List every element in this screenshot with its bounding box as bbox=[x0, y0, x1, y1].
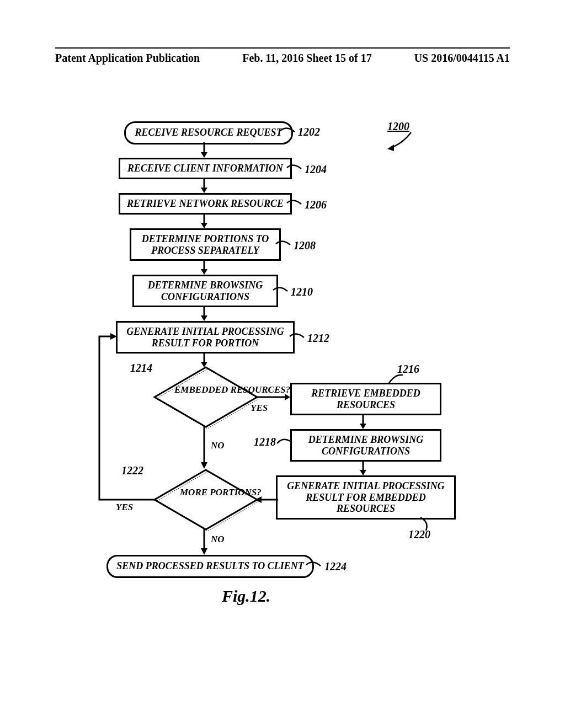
arrow-1222-1224 bbox=[199, 528, 210, 556]
arrow-1218-1220 bbox=[358, 460, 369, 477]
ref-1208: 1208 bbox=[294, 239, 316, 252]
arrow-1220-1222 bbox=[255, 495, 279, 506]
ref-1206: 1206 bbox=[305, 199, 327, 211]
node-1206: RETRIEVE NETWORK RESOURCE bbox=[119, 193, 292, 215]
edge-1214-yes: YES bbox=[250, 403, 268, 414]
header-center: Feb. 11, 2016 Sheet 15 of 17 bbox=[242, 52, 371, 65]
node-1214-text: EMBEDDED RESOURCES? bbox=[174, 385, 235, 395]
ref-1224: 1224 bbox=[324, 560, 347, 573]
svg-marker-0 bbox=[387, 144, 394, 151]
node-1218: DETERMINE BROWSING CONFIGURATIONS bbox=[290, 429, 441, 462]
edge-1222-yes: YES bbox=[116, 502, 133, 513]
node-1208-text: DETERMINE PORTIONS TO PROCESS SEPARATELY bbox=[142, 233, 269, 256]
svg-marker-6 bbox=[201, 223, 207, 228]
svg-marker-20 bbox=[360, 470, 366, 475]
ref-1216-tick bbox=[387, 374, 409, 387]
arrow-1214-1222 bbox=[199, 426, 210, 470]
header-right: US 2016/0044115 A1 bbox=[414, 52, 510, 65]
ref-1220-tick bbox=[419, 516, 441, 533]
node-1202-text: RECEIVE RESOURCE REQUEST bbox=[135, 127, 282, 138]
ref-1210: 1210 bbox=[291, 286, 313, 298]
node-1208: DETERMINE PORTIONS TO PROCESS SEPARATELY bbox=[130, 228, 281, 261]
node-1210: DETERMINE BROWSING CONFIGURATIONS bbox=[132, 275, 278, 307]
node-1210-text: DETERMINE BROWSING CONFIGURATIONS bbox=[148, 280, 263, 302]
svg-marker-2 bbox=[201, 152, 207, 158]
ref-1204: 1204 bbox=[305, 163, 327, 176]
svg-marker-13 bbox=[154, 367, 257, 427]
node-1222-text: MORE PORTIONS? bbox=[180, 488, 230, 497]
arrow-1208-1210 bbox=[199, 259, 210, 276]
edge-1214-no: NO bbox=[211, 440, 225, 451]
node-1202: RECEIVE RESOURCE REQUEST bbox=[124, 121, 293, 144]
ref-1202: 1202 bbox=[298, 126, 320, 138]
svg-marker-16 bbox=[285, 394, 290, 400]
node-1224: SEND PROCESSED RESULTS TO CLIENT bbox=[106, 555, 314, 578]
node-1206-text: RETRIEVE NETWORK RESOURCE bbox=[127, 198, 284, 209]
arrow-1202-1204 bbox=[199, 142, 210, 159]
svg-marker-23 bbox=[154, 470, 257, 529]
node-1216-text: RETRIEVE EMBEDDED RESOURCES bbox=[311, 388, 420, 410]
node-1204: RECEIVE CLIENT INFORMATION bbox=[119, 158, 292, 179]
ref-1218-tick bbox=[277, 436, 294, 449]
svg-marker-10 bbox=[201, 315, 207, 321]
svg-marker-4 bbox=[201, 188, 207, 193]
svg-marker-27 bbox=[110, 333, 117, 340]
svg-marker-26 bbox=[255, 496, 262, 503]
node-1220: GENERATE INITIAL PROCESSING RESULT FOR E… bbox=[276, 475, 456, 520]
ref-1218: 1218 bbox=[254, 436, 276, 448]
ref-1212: 1212 bbox=[307, 332, 329, 345]
arrow-1222-1212 bbox=[88, 331, 160, 507]
svg-marker-8 bbox=[201, 269, 207, 275]
ref-1200-pointer bbox=[386, 131, 419, 153]
node-1214 bbox=[149, 364, 259, 430]
page-header: Patent Application Publication Feb. 11, … bbox=[0, 47, 565, 65]
arrow-1210-1212 bbox=[199, 306, 210, 322]
node-1204-text: RECEIVE CLIENT INFORMATION bbox=[127, 163, 283, 174]
node-1220-text: GENERATE INITIAL PROCESSING RESULT FOR E… bbox=[287, 480, 444, 514]
header-left: Patent Application Publication bbox=[55, 52, 200, 65]
figure-label: Fig.12. bbox=[222, 587, 270, 606]
node-1222 bbox=[149, 467, 259, 533]
svg-marker-18 bbox=[360, 424, 366, 429]
arrow-1214-1216 bbox=[255, 393, 294, 404]
svg-marker-29 bbox=[201, 548, 207, 555]
arrow-1204-1206 bbox=[199, 178, 210, 194]
arrow-1216-1218 bbox=[358, 414, 369, 430]
edge-1222-no: NO bbox=[211, 534, 225, 545]
node-1218-text: DETERMINE BROWSING CONFIGURATIONS bbox=[308, 434, 424, 457]
node-1224-text: SEND PROCESSED RESULTS TO CLIENT bbox=[116, 560, 303, 571]
arrow-1206-1208 bbox=[199, 213, 210, 229]
node-1216: RETRIEVE EMBEDDED RESOURCES bbox=[290, 383, 441, 415]
